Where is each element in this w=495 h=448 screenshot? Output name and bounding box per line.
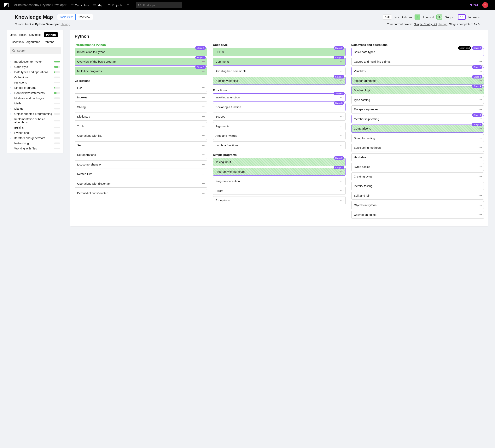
more-icon[interactable]: ••• bbox=[202, 96, 206, 99]
topic-card[interactable]: Lambda functions••• bbox=[213, 141, 345, 149]
topic-card[interactable]: Hashable••• bbox=[351, 153, 484, 162]
more-icon[interactable]: ••• bbox=[340, 69, 344, 73]
topic-card[interactable]: Program execution••• bbox=[213, 177, 345, 185]
sidebar-tab[interactable]: Algorithms bbox=[26, 40, 40, 44]
more-icon[interactable]: ••• bbox=[479, 127, 482, 130]
topic-card[interactable]: Nested lists••• bbox=[75, 170, 207, 178]
topic-card[interactable]: String formatting••• bbox=[351, 134, 484, 142]
more-icon[interactable]: ••• bbox=[202, 86, 206, 90]
more-icon[interactable]: ••• bbox=[479, 50, 482, 54]
topic-card[interactable]: Stage 2Taking input••• bbox=[213, 158, 345, 166]
topic-card[interactable]: Stage 3Integer arithmetic••• bbox=[351, 77, 484, 85]
category-item[interactable]: › Object-oriented programming bbox=[7, 111, 63, 116]
category-item[interactable]: › Collections bbox=[7, 75, 63, 80]
category-item[interactable]: › Code style bbox=[7, 64, 63, 69]
topic-card[interactable]: Stage 2PEP 8••• bbox=[213, 48, 345, 56]
topic-card[interactable]: Stage 4Boolean logic••• bbox=[351, 86, 484, 94]
more-icon[interactable]: ••• bbox=[479, 136, 482, 140]
more-icon[interactable]: ••• bbox=[479, 98, 482, 102]
user-menu[interactable]: T ▼ bbox=[482, 2, 491, 8]
more-icon[interactable]: ••• bbox=[479, 204, 482, 207]
change-project-link[interactable]: change bbox=[438, 22, 447, 26]
sidebar-tab[interactable]: Dev tools bbox=[29, 32, 41, 37]
category-item[interactable]: › Iterators and generators bbox=[7, 135, 63, 141]
more-icon[interactable]: ••• bbox=[340, 105, 344, 109]
topic-card[interactable]: Basic string methods••• bbox=[351, 144, 484, 152]
more-icon[interactable]: ••• bbox=[340, 179, 344, 183]
topic-card[interactable]: Split and join••• bbox=[351, 192, 484, 200]
tree-view-button[interactable]: Tree view bbox=[76, 14, 93, 20]
category-item[interactable]: › Simple programs bbox=[7, 85, 63, 90]
topic-card[interactable]: Stage 1Multi-line programs••• bbox=[75, 67, 207, 75]
nav-map[interactable]: Map bbox=[93, 3, 103, 7]
more-icon[interactable]: ••• bbox=[340, 115, 344, 118]
logo[interactable] bbox=[4, 3, 9, 7]
table-view-button[interactable]: Table view bbox=[57, 14, 76, 20]
nav-timer[interactable] bbox=[126, 3, 130, 7]
topic-card[interactable]: Operations with list••• bbox=[75, 132, 207, 140]
more-icon[interactable]: ••• bbox=[202, 153, 206, 157]
category-item[interactable]: › Networking bbox=[7, 141, 63, 146]
more-icon[interactable]: ••• bbox=[340, 79, 344, 82]
topic-card[interactable]: Set operations••• bbox=[75, 151, 207, 159]
more-icon[interactable]: ••• bbox=[479, 165, 482, 169]
topic-card[interactable]: Stage 4Comparisons••• bbox=[351, 124, 484, 133]
more-icon[interactable]: ••• bbox=[479, 89, 482, 92]
topic-card[interactable]: Exceptions••• bbox=[213, 196, 345, 204]
more-icon[interactable]: ••• bbox=[202, 124, 206, 128]
topic-card[interactable]: List comprehension••• bbox=[75, 161, 207, 169]
more-icon[interactable]: ••• bbox=[202, 115, 206, 118]
topic-card[interactable]: Dictionary••• bbox=[75, 112, 207, 121]
topic-card[interactable]: Operations with dictionary••• bbox=[75, 180, 207, 188]
topic-card[interactable]: Tuple••• bbox=[75, 122, 207, 130]
sidebar-tab[interactable]: Python bbox=[44, 32, 58, 37]
category-item[interactable]: › Data types and operations bbox=[7, 69, 63, 75]
more-icon[interactable]: ••• bbox=[202, 60, 206, 63]
category-item[interactable]: › Python shell bbox=[7, 130, 63, 135]
more-icon[interactable]: ••• bbox=[340, 50, 344, 54]
more-icon[interactable]: ••• bbox=[479, 194, 482, 197]
topic-card[interactable]: Avoiding bad comments••• bbox=[213, 67, 345, 75]
more-icon[interactable]: ••• bbox=[479, 213, 482, 216]
topic-card[interactable]: Objects in Python••• bbox=[351, 201, 484, 209]
nav-curriculum[interactable]: Curriculum bbox=[70, 3, 89, 7]
more-icon[interactable]: ••• bbox=[479, 60, 482, 63]
gems-counter[interactable]: 224 bbox=[470, 3, 478, 7]
category-item[interactable]: › Django bbox=[7, 106, 63, 111]
category-item[interactable]: › Modules and packages bbox=[7, 95, 63, 101]
more-icon[interactable]: ••• bbox=[202, 134, 206, 137]
more-icon[interactable]: ••• bbox=[340, 60, 344, 63]
topic-card[interactable]: Quotes and multi-line strings••• bbox=[351, 58, 484, 66]
topic-card[interactable]: Set••• bbox=[75, 141, 207, 149]
more-icon[interactable]: ••• bbox=[202, 191, 206, 195]
topic-card[interactable]: Creating bytes••• bbox=[351, 173, 484, 181]
more-icon[interactable]: ••• bbox=[479, 175, 482, 178]
category-item[interactable]: › Implementation of basic algorithms bbox=[7, 116, 63, 125]
category-item[interactable]: › Control flow statements bbox=[7, 90, 63, 95]
topic-card[interactable]: Stage 2Comments••• bbox=[213, 58, 345, 66]
more-icon[interactable]: ••• bbox=[340, 170, 344, 173]
topic-card[interactable]: Errors••• bbox=[213, 187, 345, 195]
topic-card[interactable]: Stage 3Naming variables••• bbox=[213, 77, 345, 85]
topic-card[interactable]: Stage 1Overview of the basic program••• bbox=[75, 58, 207, 66]
topic-card[interactable]: Indexes••• bbox=[75, 93, 207, 102]
more-icon[interactable]: ••• bbox=[340, 124, 344, 128]
sidebar-tab[interactable]: Essentials bbox=[11, 40, 24, 44]
topic-card[interactable]: Bytes basics••• bbox=[351, 163, 484, 171]
category-item[interactable]: › Math bbox=[7, 101, 63, 106]
topic-card[interactable]: Copy of an object••• bbox=[351, 211, 484, 219]
more-icon[interactable]: ••• bbox=[479, 146, 482, 149]
more-icon[interactable]: ••• bbox=[479, 108, 482, 111]
category-item[interactable]: › Builtins bbox=[7, 125, 63, 130]
more-icon[interactable]: ••• bbox=[202, 163, 206, 166]
more-icon[interactable]: ••• bbox=[202, 182, 206, 185]
more-icon[interactable]: ••• bbox=[340, 160, 344, 164]
topic-card[interactable]: Stage 5Declaring a function••• bbox=[213, 103, 345, 111]
more-icon[interactable]: ••• bbox=[479, 69, 482, 73]
category-item[interactable]: › Functions bbox=[7, 80, 63, 85]
nav-projects[interactable]: Projects bbox=[108, 3, 122, 7]
more-icon[interactable]: ••• bbox=[479, 79, 482, 82]
topic-card[interactable]: Slicing••• bbox=[75, 103, 207, 111]
more-icon[interactable]: ••• bbox=[340, 143, 344, 147]
more-icon[interactable]: ••• bbox=[340, 189, 344, 192]
